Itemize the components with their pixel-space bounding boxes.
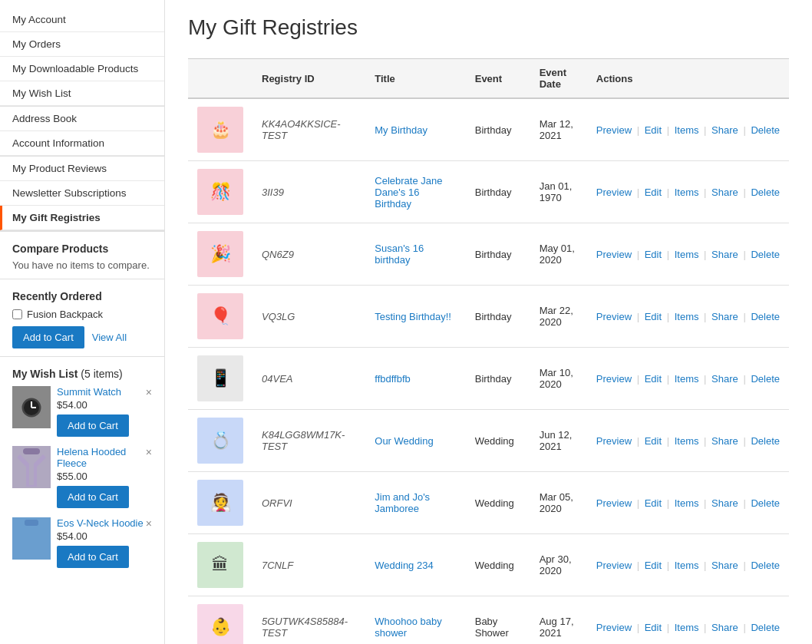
wish-item-name[interactable]: Eos V-Neck Hoodie	[57, 517, 152, 529]
registry-action-edit-link[interactable]: Edit	[645, 187, 662, 198]
registry-action-delete-link[interactable]: Delete	[751, 497, 780, 509]
action-separator: |	[701, 249, 709, 260]
main-content: My Gift Registries Registry ID Title Eve…	[165, 0, 812, 644]
wish-item-name[interactable]: Helena Hooded Fleece	[57, 446, 152, 469]
registry-action-preview-link[interactable]: Preview	[596, 497, 632, 509]
sidebar-item-product-reviews[interactable]: My Product Reviews	[0, 157, 164, 181]
registry-action-items-link[interactable]: Items	[675, 435, 699, 447]
registry-action-delete-link[interactable]: Delete	[751, 373, 780, 385]
registry-action-preview-link[interactable]: Preview	[596, 560, 632, 571]
wish-list-item: Summit Watch $54.00 Add to Cart ×	[12, 386, 152, 437]
recently-ordered-add-to-cart-button[interactable]: Add to Cart	[12, 326, 84, 348]
registry-action-preview-link[interactable]: Preview	[596, 124, 632, 136]
wish-item-add-to-cart-button[interactable]: Add to Cart	[57, 546, 129, 568]
action-separator: |	[701, 373, 709, 385]
wish-item-add-to-cart-button[interactable]: Add to Cart	[57, 486, 129, 508]
registry-action-delete-link[interactable]: Delete	[751, 435, 780, 447]
action-separator: |	[701, 435, 709, 447]
registry-action-preview-link[interactable]: Preview	[596, 435, 632, 447]
registry-action-items-link[interactable]: Items	[675, 187, 699, 198]
sidebar-item-address-book[interactable]: Address Book	[0, 107, 164, 131]
registry-action-delete-link[interactable]: Delete	[751, 249, 780, 260]
sidebar-item-wish-list[interactable]: My Wish List	[0, 81, 164, 106]
registry-action-edit-link[interactable]: Edit	[645, 435, 662, 447]
recently-ordered-view-all-link[interactable]: View All	[92, 332, 127, 343]
registry-title-link[interactable]: Susan's 16 birthday	[375, 243, 424, 266]
registry-action-share-link[interactable]: Share	[711, 124, 738, 136]
registry-action-edit-link[interactable]: Edit	[645, 249, 662, 260]
registry-action-delete-link[interactable]: Delete	[751, 124, 780, 136]
registry-action-edit-link[interactable]: Edit	[645, 497, 662, 509]
wish-item-name[interactable]: Summit Watch	[57, 386, 152, 398]
sidebar-item-my-account[interactable]: My Account	[0, 8, 164, 32]
registry-action-share-link[interactable]: Share	[711, 497, 738, 509]
table-row: 👶5GUTWK4S85884-TESTWhoohoo baby showerBa…	[188, 596, 789, 645]
wish-item-remove-button[interactable]: ×	[146, 517, 152, 530]
registry-title-link[interactable]: Wedding 234	[375, 560, 433, 571]
registry-action-items-link[interactable]: Items	[675, 622, 699, 633]
registry-action-preview-link[interactable]: Preview	[596, 187, 632, 198]
registry-row-event-date: Aug 17, 2021	[530, 596, 587, 645]
registry-action-preview-link[interactable]: Preview	[596, 311, 632, 322]
registry-title-link[interactable]: Whoohoo baby shower	[375, 616, 441, 639]
wish-item-image	[12, 517, 51, 560]
registry-action-items-link[interactable]: Items	[675, 497, 699, 509]
sidebar-item-gift-registries[interactable]: My Gift Registries	[0, 206, 164, 230]
registry-row-image: 🎈	[188, 286, 253, 348]
registry-action-share-link[interactable]: Share	[711, 622, 738, 633]
registry-action-share-link[interactable]: Share	[711, 435, 738, 447]
registry-action-preview-link[interactable]: Preview	[596, 373, 632, 385]
registry-row-image: 🎂	[188, 98, 253, 161]
registry-title-link[interactable]: Testing Birthday!!	[375, 311, 451, 322]
wish-item-remove-button[interactable]: ×	[146, 446, 152, 458]
registry-row-actions: Preview | Edit | Items | Share | Delete	[587, 286, 789, 348]
registry-action-share-link[interactable]: Share	[711, 249, 738, 260]
registry-action-edit-link[interactable]: Edit	[645, 124, 662, 136]
sidebar-item-my-orders[interactable]: My Orders	[0, 32, 164, 57]
registry-title-link[interactable]: Our Wedding	[375, 435, 433, 447]
registry-row-image: 💍	[188, 410, 253, 472]
sidebar-item-downloadable-products[interactable]: My Downloadable Products	[0, 57, 164, 81]
registry-action-preview-link[interactable]: Preview	[596, 622, 632, 633]
registry-title-link[interactable]: Celebrate Jane Dane's 16 Birthday	[375, 175, 442, 210]
wish-item-info: Eos V-Neck Hoodie $54.00 Add to Cart	[57, 517, 152, 568]
registry-title-link[interactable]: ffbdffbfb	[375, 373, 411, 385]
wish-item-add-to-cart-button[interactable]: Add to Cart	[57, 414, 129, 437]
registry-action-edit-link[interactable]: Edit	[645, 560, 662, 571]
registry-action-share-link[interactable]: Share	[711, 187, 738, 198]
registry-action-edit-link[interactable]: Edit	[645, 311, 662, 322]
registry-action-delete-link[interactable]: Delete	[751, 187, 780, 198]
registry-action-items-link[interactable]: Items	[675, 124, 699, 136]
table-row: 📱04VEAffbdffbfbBirthdayMar 10, 2020Previ…	[188, 348, 789, 410]
registry-action-share-link[interactable]: Share	[711, 311, 738, 322]
registry-action-delete-link[interactable]: Delete	[751, 560, 780, 571]
recently-ordered-section: Recently Ordered Fusion Backpack Add to …	[0, 279, 164, 356]
recently-ordered-checkbox[interactable]	[12, 309, 22, 319]
registry-action-share-link[interactable]: Share	[711, 373, 738, 385]
registry-table: Registry ID Title Event Event Date Actio…	[188, 58, 789, 644]
registry-action-items-link[interactable]: Items	[675, 311, 699, 322]
registry-row-title: Celebrate Jane Dane's 16 Birthday	[365, 161, 465, 223]
action-separator: |	[634, 187, 642, 198]
registry-action-delete-link[interactable]: Delete	[751, 622, 780, 633]
registry-action-share-link[interactable]: Share	[711, 560, 738, 571]
registry-row-title: ffbdffbfb	[365, 348, 465, 410]
action-separator: |	[664, 373, 672, 385]
registry-row-id: 04VEA	[253, 348, 365, 410]
registry-row-image: 📱	[188, 348, 253, 410]
registry-title-link[interactable]: Jim and Jo's Jamboree	[375, 491, 430, 514]
registry-action-delete-link[interactable]: Delete	[751, 311, 780, 322]
registry-action-preview-link[interactable]: Preview	[596, 249, 632, 260]
registry-title-link[interactable]: My Birthday	[375, 124, 427, 136]
sidebar-item-newsletter[interactable]: Newsletter Subscriptions	[0, 181, 164, 206]
sidebar-item-account-info[interactable]: Account Information	[0, 131, 164, 156]
registry-action-items-link[interactable]: Items	[675, 560, 699, 571]
recently-ordered-actions: Add to Cart View All	[12, 326, 152, 348]
registry-action-items-link[interactable]: Items	[675, 373, 699, 385]
recently-ordered-title: Recently Ordered	[12, 290, 152, 302]
wish-item-remove-button[interactable]: ×	[146, 386, 152, 398]
registry-row-event-date: Mar 22, 2020	[530, 286, 587, 348]
registry-action-edit-link[interactable]: Edit	[645, 373, 662, 385]
registry-action-items-link[interactable]: Items	[675, 249, 699, 260]
registry-action-edit-link[interactable]: Edit	[645, 622, 662, 633]
